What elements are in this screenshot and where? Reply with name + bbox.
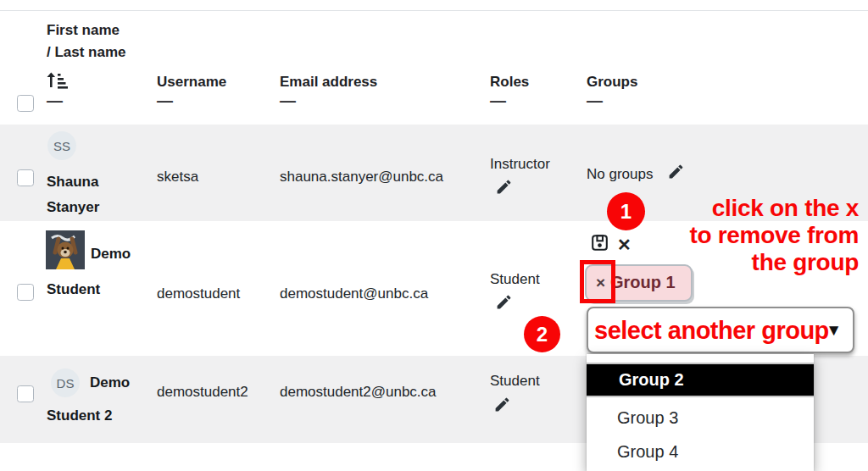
step-number: 2 xyxy=(537,323,548,346)
username-cell: demostudent xyxy=(157,285,240,302)
participant-name: Shauna Stanyer xyxy=(47,169,99,220)
select-all-checkbox[interactable] xyxy=(17,95,34,112)
annotation-step2-label: select another group xyxy=(594,317,829,345)
participants-table-screen: First name / Last name — Username — Emai… xyxy=(0,0,868,471)
column-header-name[interactable]: First name / Last name xyxy=(47,19,126,64)
dropdown-option[interactable]: Group 4 xyxy=(617,442,678,462)
collapse-column-roles[interactable]: — xyxy=(490,91,506,110)
column-header-roles[interactable]: Roles xyxy=(490,71,529,93)
email-cell: demostudent@unbc.ca xyxy=(280,285,428,302)
column-header-name-line1: First name xyxy=(47,19,126,42)
edit-roles-pencil-icon[interactable] xyxy=(493,396,511,413)
group-select-dropdown[interactable]: select another group ▼ xyxy=(587,307,854,353)
table-top-border xyxy=(0,10,868,11)
last-name: Student xyxy=(47,277,100,302)
column-header-groups[interactable]: Groups xyxy=(587,71,637,93)
dropdown-arrow-icon: ▼ xyxy=(826,321,842,340)
row-checkbox[interactable] xyxy=(17,169,34,186)
collapse-column-groups[interactable]: — xyxy=(587,91,603,110)
column-header-email[interactable]: Email address xyxy=(280,71,377,93)
email-cell: demostudent2@unbc.ca xyxy=(280,384,437,401)
avatar-image xyxy=(46,230,85,269)
first-name: Demo xyxy=(91,241,131,267)
sort-ascending-icon[interactable] xyxy=(47,71,69,90)
last-name: Stanyer xyxy=(47,195,99,220)
dropdown-option-selected[interactable]: Group 2 xyxy=(587,363,814,397)
first-name: Shauna xyxy=(47,169,99,195)
annotation-line: click on the x xyxy=(585,195,859,222)
column-header-username[interactable]: Username xyxy=(157,71,226,93)
annotation-line: the group xyxy=(585,249,859,276)
username-cell: sketsa xyxy=(157,169,198,186)
dropdown-option[interactable]: Group 3 xyxy=(617,408,678,428)
edit-roles-pencil-icon[interactable] xyxy=(495,293,513,311)
group-dropdown-options-panel: Group 2 Group 3 Group 4 xyxy=(587,354,814,471)
edit-groups-pencil-icon[interactable] xyxy=(667,163,685,180)
collapse-column-username[interactable]: — xyxy=(157,91,173,110)
role-cell: Student xyxy=(490,271,540,288)
edit-roles-pencil-icon[interactable] xyxy=(495,178,513,196)
avatar-initials: DS xyxy=(57,376,75,391)
annotation-step2-circle: 2 xyxy=(524,316,560,352)
row-checkbox[interactable] xyxy=(17,385,34,402)
avatar-initials: SS xyxy=(53,139,70,153)
role-cell: Instructor xyxy=(490,156,550,173)
column-header-name-line2: / Last name xyxy=(47,42,126,64)
last-name: Student 2 xyxy=(47,403,112,429)
avatar: SS xyxy=(47,131,76,160)
annotation-line: to remove from xyxy=(585,222,859,249)
row-checkbox[interactable] xyxy=(17,284,34,301)
annotation-step1-text: click on the x to remove from the group xyxy=(585,195,859,276)
role-cell: Student xyxy=(490,373,540,390)
collapse-column-email[interactable]: — xyxy=(280,91,296,110)
avatar: DS xyxy=(51,368,80,397)
username-cell: demostudent2 xyxy=(157,384,248,401)
first-name: Demo xyxy=(90,370,130,396)
groups-cell: No groups xyxy=(587,166,653,183)
collapse-column-name[interactable]: — xyxy=(47,91,63,110)
email-cell: shauna.stanyer@unbc.ca xyxy=(280,169,443,186)
